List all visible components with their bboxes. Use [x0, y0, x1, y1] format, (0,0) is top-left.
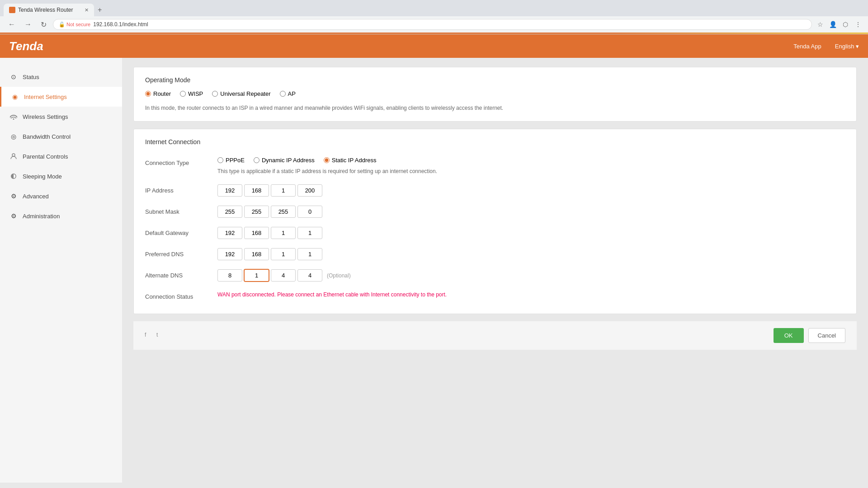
connection-status-field: WAN port disconnected. Please connect an…: [217, 291, 845, 299]
mode-description-text: In this mode, the router connects to an …: [145, 104, 845, 112]
sidebar-item-administration[interactable]: ⚙ Administration: [0, 206, 122, 226]
ip-address-label: IP Address: [145, 184, 217, 194]
sidebar-item-advanced[interactable]: ⚙ Advanced: [0, 186, 122, 206]
ok-button[interactable]: OK: [774, 328, 804, 343]
ip-address-group: [217, 184, 845, 197]
radio-ap-label: AP: [288, 90, 296, 97]
default-gateway-row: Default Gateway: [145, 222, 845, 244]
internet-connection-title: Internet Connection: [145, 138, 845, 145]
subnet-o2[interactable]: [244, 206, 269, 218]
radio-repeater-input[interactable]: [212, 91, 218, 97]
connection-type-field: PPPoE Dynamic IP Address Static IP Addre…: [217, 157, 845, 175]
facebook-icon[interactable]: f: [145, 332, 153, 340]
radio-wisp[interactable]: WISP: [180, 90, 203, 97]
gw-o3[interactable]: [271, 227, 296, 239]
tenda-logo: Tenda: [9, 39, 43, 53]
radio-repeater-label: Universal Repeater: [220, 90, 270, 97]
tab-close-btn[interactable]: ✕: [85, 7, 89, 13]
new-tab-button[interactable]: +: [94, 6, 105, 14]
preferred-dns-group: [217, 248, 845, 260]
default-gateway-field: [217, 227, 845, 239]
radio-router[interactable]: Router: [145, 90, 171, 97]
subnet-o1[interactable]: [217, 206, 242, 218]
twitter-icon[interactable]: t: [156, 332, 165, 340]
sidebar-label-wireless-settings: Wireless Settings: [23, 113, 68, 120]
extensions-icon[interactable]: ⬡: [841, 20, 850, 29]
menu-icon[interactable]: ⋮: [854, 20, 863, 29]
radio-wisp-input[interactable]: [180, 91, 186, 97]
tenda-app-link[interactable]: Tenda App: [793, 43, 821, 50]
advanced-icon: ⚙: [9, 192, 18, 201]
subnet-o4[interactable]: [297, 206, 322, 218]
sidebar-item-bandwidth-control[interactable]: ◎ Bandwidth Control: [0, 127, 122, 146]
subnet-mask-label: Subnet Mask: [145, 206, 217, 215]
subnet-mask-group: [217, 206, 845, 218]
radio-dynamic-ip[interactable]: Dynamic IP Address: [254, 157, 315, 164]
radio-dynamic-input[interactable]: [254, 157, 259, 163]
adns-o3[interactable]: [271, 269, 296, 282]
sidebar-item-sleeping-mode[interactable]: Sleeping Mode: [0, 166, 122, 186]
svg-point-0: [12, 154, 15, 156]
subnet-o3[interactable]: [271, 206, 296, 218]
sidebar-label-status: Status: [23, 74, 39, 80]
gw-o4[interactable]: [297, 227, 322, 239]
ip-o1[interactable]: [217, 184, 242, 197]
adns-o2[interactable]: [244, 269, 269, 282]
pdns-o2[interactable]: [244, 248, 269, 260]
radio-pppoe-input[interactable]: [217, 157, 223, 163]
gw-o2[interactable]: [244, 227, 269, 239]
ip-o2[interactable]: [244, 184, 269, 197]
active-tab[interactable]: Tenda Wireless Router ✕: [4, 4, 94, 16]
connection-status-label: Connection Status: [145, 291, 217, 300]
gw-o1[interactable]: [217, 227, 242, 239]
cancel-button[interactable]: Cancel: [808, 328, 845, 343]
sidebar-item-wireless-settings[interactable]: Wireless Settings: [0, 107, 122, 127]
forward-button[interactable]: →: [22, 19, 34, 29]
bookmarks-icon[interactable]: ☆: [816, 20, 825, 29]
parental-icon: [9, 152, 18, 161]
ip-o3[interactable]: [271, 184, 296, 197]
internet-connection-panel: Internet Connection Connection Type PPPo…: [133, 129, 857, 314]
content-area: Operating Mode Router WISP Universal Rep…: [122, 58, 868, 483]
radio-ap-input[interactable]: [280, 91, 286, 97]
profile-icon[interactable]: 👤: [828, 20, 837, 29]
back-button[interactable]: ←: [5, 19, 18, 29]
lock-icon: 🔓: [59, 22, 65, 28]
operating-mode-title: Operating Mode: [145, 76, 845, 84]
ip-o4[interactable]: [297, 184, 322, 197]
sidebar-label-parental: Parental Controls: [23, 153, 68, 160]
language-selector[interactable]: English ▾: [835, 43, 859, 50]
page-footer: f t OK Cancel: [133, 321, 857, 350]
adns-o1[interactable]: [217, 269, 242, 282]
radio-static-input[interactable]: [324, 157, 330, 163]
sidebar-item-internet-settings[interactable]: ◉ Internet Settings: [0, 87, 122, 107]
radio-wisp-label: WISP: [188, 90, 203, 97]
optional-label: (Optional): [327, 272, 351, 279]
radio-ap[interactable]: AP: [280, 90, 296, 97]
pdns-o4[interactable]: [297, 248, 322, 260]
adns-o4[interactable]: [297, 269, 322, 282]
footer-buttons: OK Cancel: [774, 328, 845, 343]
radio-pppoe[interactable]: PPPoE: [217, 157, 245, 164]
internet-connection-section: Internet Connection Connection Type PPPo…: [134, 129, 856, 314]
administration-icon: ⚙: [9, 211, 18, 221]
sidebar-label-administration: Administration: [23, 213, 60, 220]
connection-type-label: Connection Type: [145, 157, 217, 166]
radio-static-ip[interactable]: Static IP Address: [324, 157, 377, 164]
radio-router-label: Router: [153, 90, 171, 97]
sidebar-item-parental-controls[interactable]: Parental Controls: [0, 146, 122, 166]
sidebar-label-advanced: Advanced: [23, 193, 49, 200]
url-text[interactable]: 192.168.0.1/index.html: [93, 21, 148, 28]
pdns-o1[interactable]: [217, 248, 242, 260]
address-bar[interactable]: 🔓 Not secure 192.168.0.1/index.html: [53, 19, 812, 30]
sidebar-label-sleeping: Sleeping Mode: [23, 173, 62, 180]
radio-universal-repeater[interactable]: Universal Repeater: [212, 90, 270, 97]
radio-static-label: Static IP Address: [332, 157, 377, 164]
sidebar-item-status[interactable]: ⊙ Status: [0, 67, 122, 87]
pdns-o3[interactable]: [271, 248, 296, 260]
radio-dynamic-label: Dynamic IP Address: [262, 157, 315, 164]
reload-button[interactable]: ↻: [38, 19, 49, 30]
radio-router-input[interactable]: [145, 91, 151, 97]
sidebar-label-bandwidth: Bandwidth Control: [23, 133, 71, 140]
subnet-mask-field: [217, 206, 845, 218]
